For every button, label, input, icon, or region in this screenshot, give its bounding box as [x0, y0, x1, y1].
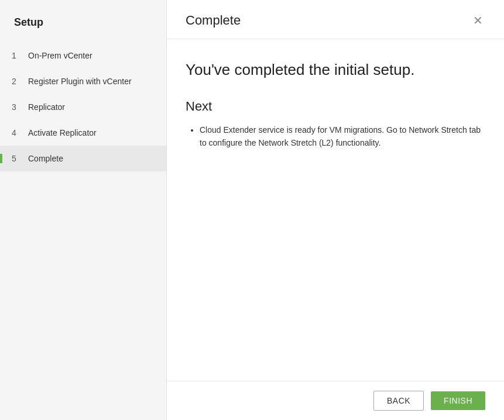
step-number: 5 [12, 154, 21, 163]
step-label: Replicator [28, 102, 65, 112]
step-label: Complete [28, 154, 63, 163]
step-number: 3 [12, 102, 21, 112]
main-panel: Complete ✕ You've completed the initial … [167, 0, 504, 420]
step-indicator [0, 154, 2, 163]
step-indicator [0, 51, 2, 60]
step-number: 2 [12, 77, 21, 86]
sidebar-step-5[interactable]: 5 Complete [0, 146, 166, 171]
close-button[interactable]: ✕ [471, 13, 485, 27]
step-indicator [0, 102, 2, 112]
step-label: Register Plugin with vCenter [28, 77, 132, 86]
step-number: 1 [12, 51, 21, 60]
finish-button[interactable]: FINISH [431, 391, 485, 410]
next-section-title: Next [186, 99, 485, 114]
step-number: 4 [12, 128, 21, 137]
next-list-item: Cloud Extender service is ready for VM m… [200, 123, 485, 150]
next-steps-list: Cloud Extender service is ready for VM m… [186, 123, 485, 150]
main-body: You've completed the initial setup. Next… [167, 39, 504, 381]
main-footer: BACK FINISH [167, 381, 504, 420]
sidebar: Setup 1 On-Prem vCenter 2 Register Plugi… [0, 0, 167, 420]
back-button[interactable]: BACK [373, 391, 424, 411]
setup-dialog: Setup 1 On-Prem vCenter 2 Register Plugi… [0, 0, 504, 420]
sidebar-step-1[interactable]: 1 On-Prem vCenter [0, 43, 166, 68]
main-header: Complete ✕ [167, 0, 504, 39]
sidebar-step-3[interactable]: 3 Replicator [0, 94, 166, 120]
step-indicator [0, 77, 2, 86]
page-title: Complete [186, 13, 241, 28]
sidebar-steps: 1 On-Prem vCenter 2 Register Plugin with… [0, 43, 166, 420]
step-label: On-Prem vCenter [28, 51, 92, 60]
completion-heading: You've completed the initial setup. [186, 60, 485, 80]
step-label: Activate Replicator [28, 128, 97, 137]
sidebar-step-4[interactable]: 4 Activate Replicator [0, 120, 166, 146]
sidebar-title: Setup [0, 0, 166, 43]
step-indicator [0, 128, 2, 137]
sidebar-step-2[interactable]: 2 Register Plugin with vCenter [0, 68, 166, 94]
